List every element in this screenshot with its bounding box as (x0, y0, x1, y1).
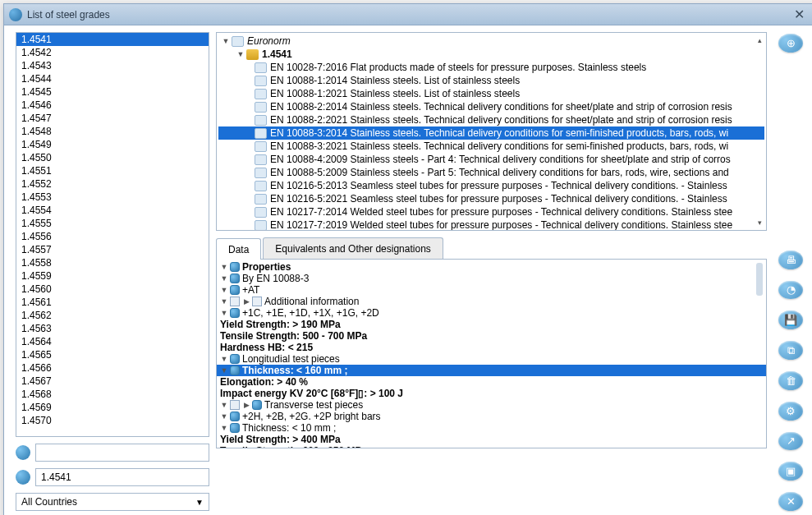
grade-item[interactable]: 1.4552 (16, 177, 209, 191)
grade-item[interactable]: 1.4566 (16, 361, 209, 375)
tab-bar: Data Equivalents and Other designations (216, 237, 767, 260)
grade-item[interactable]: 1.4565 (16, 348, 209, 361)
print-icon[interactable]: 🖶 (778, 251, 803, 269)
close-icon[interactable]: ✕ (789, 5, 810, 24)
titlebar: List of steel grades ✕ (4, 4, 812, 25)
app-icon (9, 8, 22, 21)
grade-item[interactable]: 1.4561 (16, 296, 209, 309)
tree-row[interactable]: EN 10216-5:2021 Seamless steel tubes for… (218, 192, 764, 205)
grade-item[interactable]: 1.4559 (16, 269, 209, 283)
property-row[interactable]: Impact energy KV 20°C [68°F]▯: > 100 J (217, 388, 766, 399)
property-row[interactable]: ▼+1C, +1E, +1D, +1X, +1G, +2D (217, 307, 766, 319)
property-row[interactable]: ▼▶Transverse test pieces (217, 399, 766, 411)
grade-item[interactable]: 1.4550 (16, 151, 209, 164)
tree-row[interactable]: EN 10088-3:2014 Stainless steels. Techni… (218, 126, 764, 140)
grade-item[interactable]: 1.4570 (16, 414, 209, 427)
property-row[interactable]: Yield Strength: > 190 MPa (217, 319, 766, 330)
scrollbar[interactable]: ▴▾ (755, 49, 764, 228)
property-row[interactable]: ▼+AT (217, 284, 766, 296)
property-row[interactable]: Tensile Strength: 500 - 700 MPa (217, 330, 766, 342)
grade-item[interactable]: 1.4549 (16, 138, 209, 151)
left-pane: 1.45411.45421.45431.45441.45451.45461.45… (4, 25, 216, 515)
property-row[interactable]: ▼Thickness: < 160 mm ; (217, 365, 766, 376)
country-filter-dropdown[interactable]: All Countries ▼ (16, 493, 209, 511)
grade-item[interactable]: 1.4548 (16, 125, 209, 138)
tree-row[interactable]: EN 10088-4:2009 Stainless steels - Part … (218, 153, 764, 166)
copy-icon[interactable]: ⧉ (778, 341, 803, 360)
property-row[interactable]: Yield Strength: > 400 MPa (217, 434, 766, 445)
search-input[interactable] (35, 444, 209, 462)
tree-row[interactable]: EN 10217-7:2019 Welded steel tubes for p… (218, 218, 764, 231)
property-row[interactable]: Elongation: > 40 % (217, 376, 766, 388)
grade-item[interactable]: 1.4542 (16, 46, 209, 59)
gear-icon[interactable]: ⚙ (778, 402, 803, 421)
grade-item[interactable]: 1.4546 (16, 99, 209, 112)
tree-row[interactable]: EN 10088-3:2021 Stainless steels. Techni… (218, 140, 764, 153)
export-icon[interactable]: ↗ (778, 432, 803, 451)
tree-row[interactable]: EN 10216-5:2013 Seamless steel tubes for… (218, 179, 764, 192)
grade-item[interactable]: 1.4567 (16, 375, 209, 388)
chevron-down-icon: ▼ (195, 498, 204, 507)
grade-item[interactable]: 1.4558 (16, 256, 209, 269)
property-row[interactable]: ▼Longitudial test pieces (217, 353, 766, 365)
chart-icon[interactable]: ◔ (778, 281, 803, 300)
grade-item[interactable]: 1.4544 (16, 72, 209, 85)
grade-item[interactable]: 1.4562 (16, 309, 209, 322)
grade-item[interactable]: 1.4560 (16, 283, 209, 296)
close-icon[interactable]: ✕ (778, 492, 803, 511)
grade-item[interactable]: 1.4568 (16, 388, 209, 401)
grade-item[interactable]: 1.4545 (16, 85, 209, 99)
grade-item[interactable]: 1.4551 (16, 164, 209, 177)
grade-list[interactable]: 1.45411.45421.45431.45441.45451.45461.45… (16, 32, 209, 437)
property-row[interactable]: ▼Properties (217, 261, 766, 273)
property-row[interactable]: ▼Thickness: < 10 mm ; (217, 422, 766, 434)
tree-row[interactable]: EN 10088-1:2014 Stainless steels. List o… (218, 74, 764, 87)
grade-item[interactable]: 1.4554 (16, 204, 209, 217)
property-row[interactable]: ▼By EN 10088-3 (217, 273, 766, 284)
tree-row[interactable]: ▼Euronorm (218, 34, 764, 48)
grade-item[interactable]: 1.4556 (16, 230, 209, 243)
grade-item[interactable]: 1.4563 (16, 322, 209, 335)
property-row[interactable]: Hardness HB: < 215 (217, 342, 766, 353)
scrollbar[interactable] (755, 261, 764, 446)
property-row[interactable]: ▼▶Additional information (217, 296, 766, 307)
grade-item[interactable]: 1.4547 (16, 112, 209, 125)
target-icon[interactable]: ⊕ (778, 34, 803, 53)
tab-equivalents[interactable]: Equivalents and Other designations (263, 237, 443, 259)
save-icon[interactable]: 💾 (778, 310, 803, 329)
grade-item[interactable]: 1.4569 (16, 401, 209, 414)
pin-icon[interactable] (16, 470, 30, 485)
pinned-grade-input[interactable] (35, 468, 209, 486)
tree-row[interactable]: EN 10088-1:2021 Stainless steels. List o… (218, 87, 764, 100)
grade-item[interactable]: 1.4557 (16, 243, 209, 256)
basket-icon[interactable]: 🗑 (778, 371, 803, 390)
right-toolbar: ⊕ 🖶 ◔ 💾 ⧉ 🗑 ⚙ ↗ ▣ ✕ (773, 32, 808, 511)
stack-icon[interactable]: ▣ (778, 462, 803, 481)
standards-tree[interactable]: ▼Euronorm▼1.4541EN 10028-7:2016 Flat pro… (216, 32, 767, 231)
grade-item[interactable]: 1.4541 (16, 33, 209, 46)
steel-grades-window: List of steel grades ✕ 1.45411.45421.454… (3, 3, 812, 515)
tree-row[interactable]: ▼1.4541 (218, 48, 764, 61)
grade-item[interactable]: 1.4555 (16, 217, 209, 230)
grade-item[interactable]: 1.4543 (16, 59, 209, 72)
property-row[interactable]: Tensile Strength: 600 - 950 MPa (217, 445, 766, 448)
window-title: List of steel grades (27, 9, 110, 21)
grade-item[interactable]: 1.4564 (16, 335, 209, 348)
grade-item[interactable]: 1.4553 (16, 191, 209, 204)
country-filter-value: All Countries (21, 496, 77, 508)
tree-row[interactable]: EN 10088-5:2009 Stainless steels - Part … (218, 166, 764, 179)
property-row[interactable]: ▼+2H, +2B, +2G. +2P bright bars (217, 411, 766, 422)
tree-row[interactable]: EN 10088-2:2014 Stainless steels. Techni… (218, 100, 764, 113)
tree-row[interactable]: EN 10088-2:2021 Stainless steels. Techni… (218, 113, 764, 126)
tree-row[interactable]: EN 10028-7:2016 Flat products made of st… (218, 61, 764, 74)
data-panel[interactable]: ▼Properties ▼By EN 10088-3 ▼+AT ▼▶Additi… (216, 260, 767, 448)
search-icon[interactable] (16, 445, 30, 460)
tab-data[interactable]: Data (216, 238, 261, 260)
tree-row[interactable]: EN 10217-7:2014 Welded steel tubes for p… (218, 205, 764, 218)
